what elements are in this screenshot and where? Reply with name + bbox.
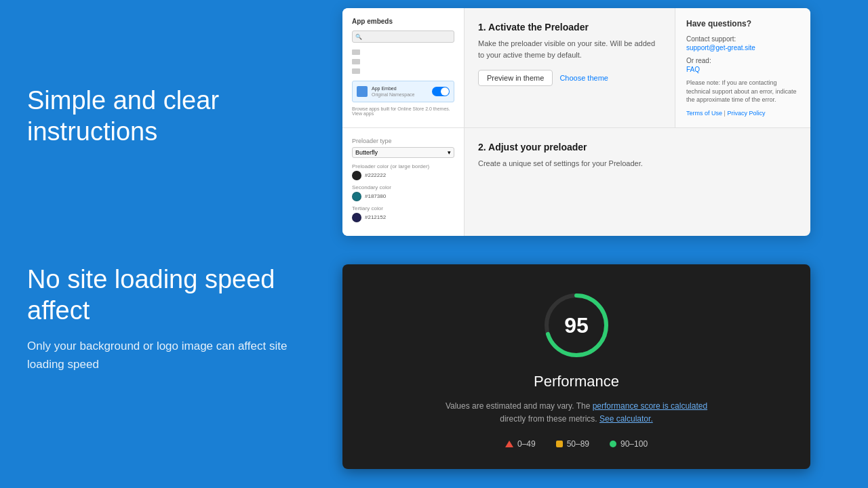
- support-note: Please note: If you are contacting techn…: [686, 79, 800, 104]
- legend-high-range: 90–100: [620, 439, 648, 449]
- search-bar-mini[interactable]: 🔍: [352, 30, 454, 43]
- app-embed-text: App Embed Original Namespace: [372, 85, 414, 98]
- privacy-link[interactable]: Privacy Policy: [727, 110, 765, 117]
- type-select[interactable]: Butterfly ▾: [352, 147, 454, 158]
- color3-label: Tertiary color: [352, 205, 454, 211]
- search-icon: 🔍: [355, 34, 362, 40]
- color2-code: #187380: [365, 193, 386, 199]
- support-title: Have questions?: [686, 19, 800, 28]
- bottom-body: Only your background or logo image can a…: [27, 337, 312, 373]
- card-sidebar: App embeds 🔍 App Embed Original Namespa: [342, 8, 465, 127]
- toggle-switch[interactable]: [432, 87, 450, 96]
- nav-icon-2: [352, 59, 360, 64]
- chevron-down-icon: ▾: [448, 149, 451, 156]
- nav-icon-3: [352, 68, 360, 74]
- desc-before: Values are estimated and may vary. The: [446, 401, 590, 411]
- color1-item: Preloader color (or large border) #22222…: [352, 163, 454, 180]
- link-separator: |: [724, 110, 726, 117]
- nav-icons: [352, 49, 454, 74]
- color2-item: Secondary color #187380: [352, 184, 454, 201]
- step2-content: 2. Adjust your preloader Create a unique…: [465, 128, 810, 236]
- toggle-area: [432, 87, 450, 96]
- terms-link[interactable]: Terms of Use: [686, 110, 722, 117]
- choose-theme-button[interactable]: Choose theme: [559, 74, 608, 82]
- top-heading: Simple and clear instructions: [27, 85, 312, 147]
- color2-label: Secondary color: [352, 184, 454, 190]
- color3-code: #212152: [365, 214, 386, 220]
- circle-icon: [610, 441, 616, 447]
- step1-description: Make the preloader visible on your site.…: [478, 38, 661, 60]
- color1-code: #222222: [365, 172, 386, 178]
- performance-card: 95 Performance Values are estimated and …: [342, 264, 810, 469]
- bottom-right-panel: 95 Performance Values are estimated and …: [312, 264, 841, 469]
- footer-links: Terms of Use | Privacy Policy: [686, 110, 800, 117]
- top-section: Simple and clear instructions App embeds…: [0, 0, 868, 244]
- legend-item-high: 90–100: [610, 439, 648, 449]
- color3-item: Tertiary color #212152: [352, 205, 454, 222]
- legend-row: 0–49 50–89 90–100: [505, 439, 648, 449]
- step1-title: 1. Activate the Preloader: [478, 22, 661, 33]
- color1-swatch-row: #222222: [352, 171, 454, 180]
- contact-label: Contact support:: [686, 35, 800, 43]
- step1-content: 1. Activate the Preloader Make the prelo…: [465, 8, 675, 127]
- desc-middle: directly from these metrics.: [500, 414, 597, 424]
- performance-score: 95: [564, 313, 589, 338]
- performance-label: Performance: [534, 373, 619, 390]
- app-embed-item: App Embed Original Namespace: [352, 81, 454, 102]
- preview-theme-button[interactable]: Preview in theme: [478, 70, 553, 86]
- or-read: Or read:: [686, 57, 800, 64]
- legend-mid-range: 50–89: [567, 439, 589, 449]
- preloader-settings: Preloader type Butterfly ▾ Preloader col…: [342, 128, 465, 236]
- action-buttons: Preview in theme Choose theme: [478, 70, 661, 86]
- performance-description: Values are estimated and may vary. The p…: [446, 400, 707, 426]
- top-right-panel: App embeds 🔍 App Embed Original Namespa: [312, 8, 841, 236]
- browse-text: Browse apps built for Online Store 2.0 t…: [352, 106, 454, 116]
- faq-link[interactable]: FAQ: [686, 66, 800, 73]
- step2-title: 2. Adjust your preloader: [478, 142, 797, 152]
- bottom-section: No site loading speed affect Only your b…: [0, 244, 868, 488]
- legend-item-mid: 50–89: [556, 439, 589, 449]
- color3-swatch-row: #212152: [352, 213, 454, 222]
- instructions-card: App embeds 🔍 App Embed Original Namespa: [342, 8, 810, 236]
- support-email[interactable]: support@get-great.site: [686, 44, 800, 52]
- bottom-heading: No site loading speed affect: [27, 264, 312, 326]
- app-embed-icon: [357, 86, 368, 97]
- color2-swatch[interactable]: [352, 192, 361, 201]
- calculator-link[interactable]: See calculator.: [599, 414, 653, 424]
- square-icon: [556, 441, 563, 447]
- app-embeds-header: App embeds: [352, 18, 454, 25]
- type-label: Preloader type: [352, 138, 454, 144]
- bottom-left-text: No site loading speed affect Only your b…: [27, 264, 312, 374]
- legend-low-range: 0–49: [517, 439, 536, 449]
- color1-swatch[interactable]: [352, 171, 361, 180]
- color2-swatch-row: #187380: [352, 192, 454, 201]
- triangle-icon: [505, 441, 513, 447]
- nav-icon-1: [352, 49, 360, 55]
- perf-score-link[interactable]: performance score is calculated: [593, 401, 707, 411]
- color3-swatch[interactable]: [352, 213, 361, 222]
- top-left-text: Simple and clear instructions: [27, 85, 312, 158]
- legend-item-low: 0–49: [505, 439, 536, 449]
- card-top-row: App embeds 🔍 App Embed Original Namespa: [342, 8, 810, 127]
- score-circle: 95: [542, 291, 610, 359]
- support-panel: Have questions? Contact support: support…: [675, 8, 810, 127]
- step2-description: Create a unique set of settings for your…: [478, 158, 797, 169]
- toggle-knob: [441, 87, 449, 96]
- color1-label: Preloader color (or large border): [352, 163, 454, 169]
- card-bottom-row: Preloader type Butterfly ▾ Preloader col…: [342, 127, 810, 236]
